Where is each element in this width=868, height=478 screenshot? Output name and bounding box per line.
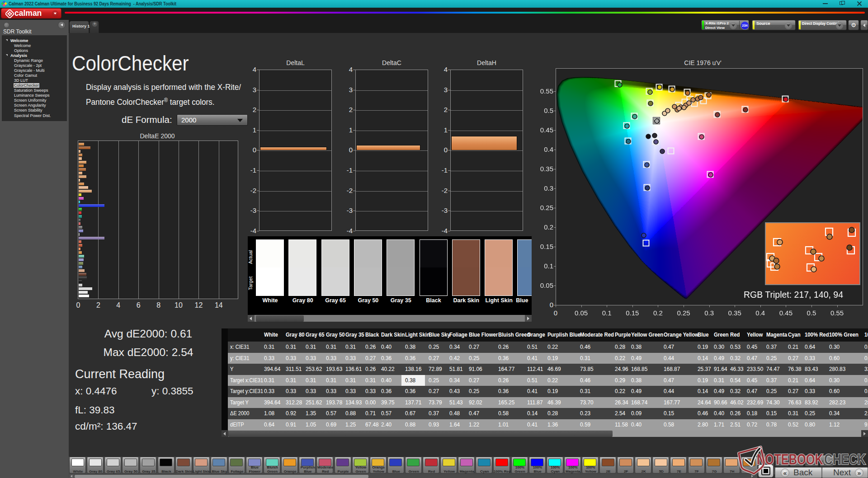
svg-text:NOTEBOOK: NOTEBOOK	[757, 451, 823, 468]
svg-text:CHECK: CHECK	[824, 451, 866, 468]
